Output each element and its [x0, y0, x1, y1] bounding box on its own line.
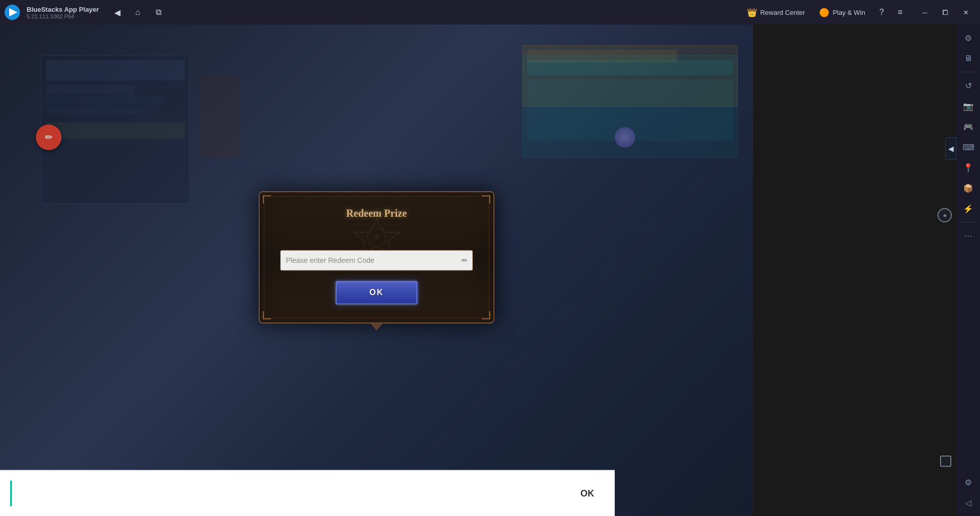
camera-icon[interactable]: 📷: [959, 97, 977, 115]
bg-orb: [615, 127, 635, 148]
keyboard-icon[interactable]: ⌨: [959, 138, 977, 156]
edit-icon: ✏: [462, 256, 468, 264]
redeem-dialog: Redeem Prize ✦ ✏ OK: [259, 191, 494, 323]
sidebar-separator-1: [961, 72, 976, 72]
macro-icon[interactable]: ⚡: [959, 199, 977, 218]
right-sidebar: ⚙ 🖥 ↺ 📷 🎮 ⌨ 📍 📦 ⚡ ⋯ ⚙ ◁: [956, 25, 980, 516]
display-icon[interactable]: 🖥: [959, 49, 977, 68]
controller-icon[interactable]: 🎮: [959, 117, 977, 136]
sidebar-circle-button[interactable]: ◉: [937, 208, 952, 222]
titlebar-right: 👑 Reward Center 🟠 Play & Win ? ≡ ─ ⧠ ✕: [741, 4, 980, 20]
nav-controls: ◀ ⌂ ⧉: [109, 4, 166, 20]
bottom-text-input[interactable]: [10, 481, 570, 506]
help-button[interactable]: ?: [873, 4, 890, 20]
plawin-icon: 🟠: [819, 8, 829, 17]
app-name: BlueStacks App Player: [27, 6, 99, 13]
corner-tl: [263, 195, 271, 203]
app-version: 5.21.111.1002 P64: [27, 13, 99, 19]
float-edit-button[interactable]: ✏: [36, 125, 61, 150]
home-button[interactable]: ⌂: [130, 4, 146, 20]
app-info: BlueStacks App Player 5.21.111.1002 P64: [27, 6, 99, 19]
corner-br: [482, 311, 490, 319]
svg-text:✦: ✦: [372, 231, 381, 242]
sidebar-arrow-button[interactable]: ◀: [945, 137, 956, 160]
bottom-ok-button[interactable]: OK: [570, 483, 604, 504]
refresh-icon[interactable]: ↺: [959, 76, 977, 95]
bottom-input-bar: OK: [0, 470, 615, 516]
more-icon[interactable]: ⋯: [959, 226, 977, 245]
window-controls: ─ ⧠ ✕: [914, 4, 976, 20]
game-area: ✏ Redeem Prize ✦ ✏ OK: [0, 25, 753, 516]
settings-icon[interactable]: ⚙: [959, 29, 977, 47]
play-win-button[interactable]: 🟠 Play & Win: [813, 5, 871, 20]
crown-icon: 👑: [747, 8, 757, 17]
dialog-arrow: [370, 323, 383, 331]
sidebar-settings-icon[interactable]: ⚙: [959, 473, 977, 491]
sidebar-collapse-icon[interactable]: ◁: [959, 493, 977, 512]
multi-window-button[interactable]: ⧉: [150, 4, 166, 20]
corner-bl: [263, 311, 271, 319]
close-button[interactable]: ✕: [955, 4, 976, 20]
play-win-label: Play & Win: [832, 9, 865, 16]
redeem-ok-button[interactable]: OK: [336, 281, 418, 304]
redeem-code-input[interactable]: [280, 250, 473, 271]
bg-character: [200, 76, 241, 158]
reward-center-button[interactable]: 👑 Reward Center: [741, 5, 811, 20]
titlebar: BlueStacks App Player 5.21.111.1002 P64 …: [0, 0, 980, 25]
package-icon[interactable]: 📦: [959, 179, 977, 197]
sidebar-square-button[interactable]: [940, 456, 951, 467]
bg-panel-left: [41, 55, 190, 204]
location-icon[interactable]: 📍: [959, 158, 977, 177]
menu-button[interactable]: ≡: [892, 4, 908, 20]
bluestacks-logo: [0, 0, 25, 25]
redeem-input-wrapper: ✏: [280, 250, 473, 271]
minimize-button[interactable]: ─: [914, 4, 935, 20]
sidebar-separator-2: [961, 222, 976, 222]
corner-tr: [482, 195, 490, 203]
restore-button[interactable]: ⧠: [935, 4, 955, 20]
reward-center-label: Reward Center: [760, 9, 805, 16]
back-button[interactable]: ◀: [109, 4, 126, 20]
pencil-icon: ✏: [45, 132, 53, 143]
